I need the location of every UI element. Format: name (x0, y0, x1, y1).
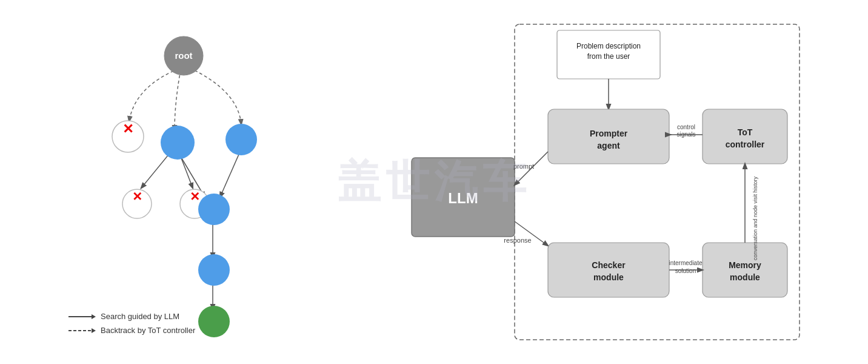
svg-text:response: response (504, 237, 531, 244)
svg-text:ToT: ToT (738, 127, 753, 137)
legend: Search guided by LLM Backtrack by ToT co… (68, 312, 195, 340)
svg-text:signals: signals (676, 131, 695, 138)
svg-text:✕: ✕ (122, 121, 133, 136)
svg-point-11 (225, 124, 257, 155)
svg-text:LLM: LLM (448, 190, 478, 206)
svg-text:Problem description: Problem description (576, 42, 641, 50)
svg-text:✕: ✕ (132, 190, 142, 203)
svg-text:control: control (677, 124, 695, 130)
svg-line-1 (181, 157, 193, 188)
svg-point-18 (198, 306, 230, 337)
svg-text:Memory: Memory (729, 260, 761, 270)
svg-text:Prompter: Prompter (590, 129, 628, 138)
svg-text:from the user: from the user (587, 52, 630, 61)
svg-text:agent: agent (597, 141, 620, 150)
svg-text:controller: controller (726, 140, 765, 149)
svg-text:conversation and node visit hi: conversation and node visit history (752, 176, 758, 260)
svg-line-0 (141, 155, 169, 188)
legend-solid-label: Search guided by LLM (101, 312, 179, 321)
svg-text:Checker: Checker (592, 260, 626, 270)
flow-section: Problem description from the user Prompt… (393, 18, 806, 346)
svg-text:prompt: prompt (513, 163, 534, 170)
svg-text:module: module (730, 272, 760, 282)
svg-point-16 (198, 194, 230, 225)
svg-marker-20 (92, 314, 96, 319)
main-container: root ✕ ✕ ✕ (0, 0, 868, 364)
svg-point-17 (198, 254, 230, 286)
svg-text:intermediate: intermediate (669, 260, 702, 266)
svg-rect-43 (548, 243, 669, 297)
svg-text:root: root (175, 50, 192, 61)
legend-dashed-item: Backtrack by ToT controller (68, 326, 195, 335)
tree-section: root ✕ ✕ ✕ (62, 12, 317, 352)
legend-solid-item: Search guided by LLM (68, 312, 195, 321)
svg-rect-46 (703, 243, 787, 297)
svg-text:module: module (593, 272, 624, 282)
svg-point-10 (161, 126, 195, 160)
legend-dashed-label: Backtrack by ToT controller (101, 326, 195, 335)
svg-text:✕: ✕ (190, 190, 200, 203)
svg-line-3 (220, 152, 240, 197)
svg-marker-22 (92, 328, 96, 333)
svg-text:solution: solution (675, 268, 696, 274)
